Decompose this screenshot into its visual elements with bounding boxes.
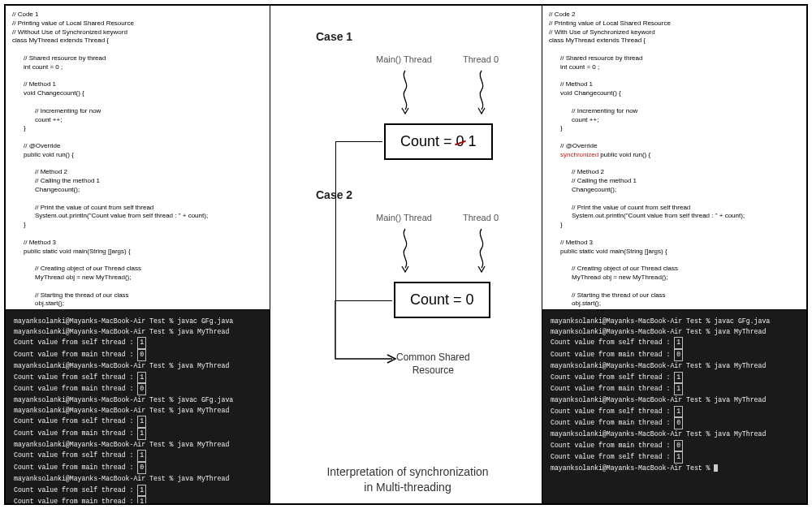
code-line: // Code 2: [549, 11, 800, 19]
count-box-1: Count = 0 1: [384, 123, 493, 160]
strike-zero: 0: [456, 133, 464, 150]
code-line: }: [12, 124, 263, 133]
code-line: }: [549, 124, 800, 133]
code-line: // Starting the thread of our class: [12, 291, 263, 300]
code-line: // Shared resource by thread: [549, 54, 800, 63]
code-line: // Printing value of Local Shared Resour…: [549, 19, 800, 28]
code-line: // Printing value of Local Shared Resour…: [12, 19, 263, 28]
code-line: // Method 2: [549, 168, 800, 177]
code-line: obj.start();: [549, 300, 800, 308]
code-line: // Creating object of our Thread class: [549, 265, 800, 274]
code-line: System.out.println("Count value from sel…: [12, 212, 263, 221]
code-line: // Calling the method 1: [12, 177, 263, 186]
code-line: }: [549, 221, 800, 230]
count-label: Count =: [400, 133, 456, 149]
code-line: public static void main(String []args) {: [549, 248, 800, 257]
main-thread-label-1: Main() Thread: [376, 54, 432, 64]
code-line: public static void main(String []args) {: [12, 248, 263, 257]
code-line: // Incrementing for now: [12, 107, 263, 116]
code-line: class MyThread extends Thread {: [549, 37, 800, 45]
code-line: int count = 0 ;: [549, 63, 800, 72]
squiggle-icon: [475, 227, 488, 274]
code-line: public void run() {: [12, 151, 263, 160]
code-line: // Shared resource by thread: [12, 54, 263, 63]
main-thread-label-2: Main() Thread: [376, 213, 432, 222]
squiggle-icon: [475, 69, 488, 116]
diagram-frame: // Code 1 // Printing value of Local Sha…: [4, 4, 808, 505]
bracket-line: [335, 141, 336, 300]
code-line: }: [12, 221, 263, 230]
squiggle-icon: [399, 69, 412, 116]
code-line: synchronized public void run() {: [549, 151, 800, 160]
terminal-right: mayanksolanki@Mayanks-MacBook-Air Test %…: [542, 309, 806, 503]
code-line: // Print the value of count from self th…: [12, 204, 263, 213]
thread0-label-2: Thread 0: [463, 213, 499, 222]
code-line: // Print the value of count from self th…: [549, 204, 800, 213]
code-line: Changecount();: [549, 186, 800, 195]
code-line: // Incrementing for now: [549, 107, 800, 116]
code-line: // Method 1: [549, 80, 800, 89]
code-line: // Starting the thread of our class: [549, 291, 800, 300]
code-line: // Without Use of Synchronized keyword: [12, 28, 263, 37]
code-line: class MyThread extends Thread {: [12, 37, 263, 45]
squiggle-icon: [399, 227, 412, 274]
code-line: // Method 2: [12, 168, 263, 177]
thread0-label-1: Thread 0: [463, 54, 499, 64]
case1-label: Case 1: [316, 30, 352, 43]
code-line: // Method 3: [549, 239, 800, 248]
code-panel-left: // Code 1 // Printing value of Local Sha…: [6, 6, 270, 311]
code-line: obj.start();: [12, 300, 263, 308]
synchronized-keyword: synchronized: [560, 151, 598, 158]
code-line: count ++;: [12, 116, 263, 125]
code-line: System.out.println("Count value from sel…: [549, 212, 800, 221]
code-line: count ++;: [549, 116, 800, 125]
code-line: // With Use of Synchronized keyword: [549, 28, 800, 37]
code-line: // Code 1: [12, 11, 263, 19]
code-line: MyThread obj = new MyThread();: [12, 274, 263, 283]
center-diagram: Case 1 Main() Thread Thread 0 Count = 0 …: [270, 6, 545, 505]
code-line: void Changecount() {: [549, 89, 800, 98]
case2-label: Case 2: [316, 188, 352, 201]
bracket-tick: [335, 141, 382, 142]
code-line: MyThread obj = new MyThread();: [549, 274, 800, 283]
count-value-2: 0: [466, 291, 474, 308]
code-line: // @Override: [549, 142, 800, 151]
shared-resource-label: Common Shared Resource: [396, 351, 470, 377]
code-line: // Creating object of our Thread class: [12, 265, 263, 274]
code-line: // Method 1: [12, 80, 263, 89]
code-line: // Method 3: [12, 239, 263, 248]
code-line: void Changecount() {: [12, 89, 263, 98]
code-line: int count = 0 ;: [12, 63, 263, 72]
terminal-left: mayanksolanki@Mayanks-MacBook-Air Test %…: [6, 309, 270, 503]
interpretation-caption: Interpretation of synchronization in Mul…: [270, 464, 545, 495]
code-line: // Calling the method 1: [549, 177, 800, 186]
code-line: Changecount();: [12, 186, 263, 195]
code-panel-right: // Code 2 // Printing value of Local Sha…: [542, 6, 806, 311]
count-value-1: 1: [469, 133, 477, 149]
code-line: // @Override: [12, 142, 263, 151]
